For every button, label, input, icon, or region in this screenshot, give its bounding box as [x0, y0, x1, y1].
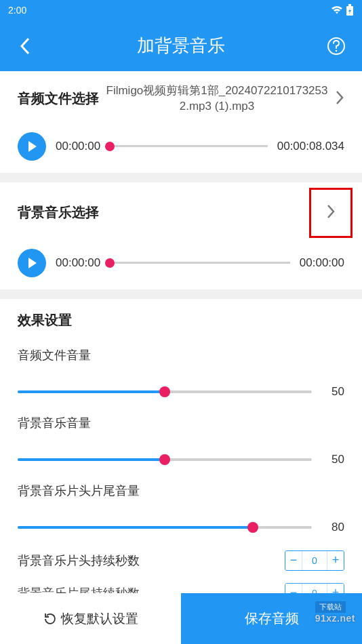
play-icon	[25, 256, 39, 270]
slider-label: 背景音乐片头片尾音量	[18, 483, 344, 499]
battery-icon	[346, 4, 354, 16]
app-header: 加背景音乐	[0, 20, 362, 71]
bottom-bar: 恢复默认设置 保存音频	[0, 593, 362, 644]
slider-value: 50	[324, 385, 344, 399]
wifi-icon	[331, 5, 343, 15]
save-label: 保存音频	[245, 609, 299, 628]
slider-thumb[interactable]	[159, 386, 170, 397]
back-button[interactable]	[14, 34, 38, 58]
slider-value: 80	[324, 521, 344, 534]
slider-audio-volume: 音频文件音量 50	[18, 347, 344, 399]
help-button[interactable]	[324, 34, 348, 58]
current-time: 00:00:00	[56, 140, 100, 153]
play-button[interactable]	[18, 132, 46, 161]
restore-defaults-button[interactable]: 恢复默认设置	[0, 593, 181, 644]
status-time: 2:00	[8, 5, 26, 16]
slider-track[interactable]	[18, 458, 312, 461]
status-icons	[331, 4, 354, 16]
status-bar: 2:00	[0, 0, 362, 20]
svg-point-3	[336, 49, 337, 51]
bg-music-row[interactable]: 背景音乐选择	[18, 195, 344, 231]
stepper-minus[interactable]: −	[285, 551, 302, 570]
audio-file-card: 音频文件选择 Filmigo视频剪辑第1部_20240722101732532.…	[0, 71, 362, 173]
chevron-left-icon	[19, 36, 33, 56]
stepper-minus[interactable]: −	[285, 584, 302, 593]
slider-track[interactable]	[18, 390, 312, 393]
audio-player: 00:00:00 00:00:08.034	[18, 132, 344, 161]
play-button[interactable]	[18, 249, 46, 277]
slider-intro-outro-volume: 背景音乐片头片尾音量 80	[18, 483, 344, 534]
bg-music-label: 背景音乐选择	[18, 203, 99, 222]
slider-label: 音频文件音量	[18, 347, 344, 363]
page-title: 加背景音乐	[38, 34, 324, 58]
slider-bgm-volume: 背景音乐音量 50	[18, 415, 344, 466]
save-audio-button[interactable]: 保存音频	[181, 593, 362, 644]
total-time: 00:00:08.034	[277, 140, 344, 153]
restore-icon	[43, 612, 57, 626]
play-icon	[25, 140, 39, 153]
audio-progress-thumb[interactable]	[105, 142, 115, 151]
stepper-label-partial: 背景音乐片尾持续秒数	[18, 585, 140, 593]
highlight-annotation	[309, 188, 353, 238]
restore-label: 恢复默认设置	[61, 610, 138, 628]
chevron-right-icon	[326, 210, 336, 222]
effects-title: 效果设置	[18, 311, 344, 329]
audio-file-value: Filmigo视频剪辑第1部_20240722101732532.mp3 (1)…	[106, 83, 328, 115]
bg-progress-track[interactable]	[110, 262, 290, 264]
content-area: 音频文件选择 Filmigo视频剪辑第1部_20240722101732532.…	[0, 71, 362, 593]
stepper-plus[interactable]: +	[327, 551, 344, 570]
stepper-control: − 0 +	[285, 583, 344, 593]
slider-value: 50	[324, 453, 344, 466]
chevron-right-icon	[335, 89, 344, 108]
audio-progress-track[interactable]	[110, 145, 268, 147]
bg-music-player: 00:00:00 00:00:00	[18, 249, 344, 277]
stepper-intro-duration: 背景音乐片头持续秒数 − 0 +	[18, 550, 344, 571]
audio-file-row[interactable]: 音频文件选择 Filmigo视频剪辑第1部_20240722101732532.…	[18, 83, 344, 115]
help-icon	[327, 37, 346, 56]
stepper-control: − 0 +	[285, 550, 344, 571]
stepper-label: 背景音乐片头持续秒数	[18, 552, 140, 569]
effects-card: 效果设置 音频文件音量 50 背景音乐音量 50 背景音乐片	[0, 299, 362, 593]
slider-label: 背景音乐音量	[18, 415, 344, 431]
stepper-value[interactable]: 0	[302, 551, 327, 570]
stepper-outro-duration: 背景音乐片尾持续秒数 − 0 +	[18, 583, 344, 593]
audio-file-label: 音频文件选择	[18, 89, 99, 108]
slider-thumb[interactable]	[247, 522, 258, 533]
slider-thumb[interactable]	[159, 454, 170, 465]
stepper-value[interactable]: 0	[302, 584, 327, 593]
bg-progress-thumb[interactable]	[105, 258, 115, 268]
bg-music-card: 背景音乐选择 00:00:00 00:00:00	[0, 182, 362, 289]
bg-current-time: 00:00:00	[56, 256, 100, 270]
slider-track[interactable]	[18, 526, 312, 529]
svg-rect-1	[348, 4, 351, 6]
bg-total-time: 00:00:00	[300, 256, 344, 270]
stepper-plus[interactable]: +	[327, 584, 344, 593]
